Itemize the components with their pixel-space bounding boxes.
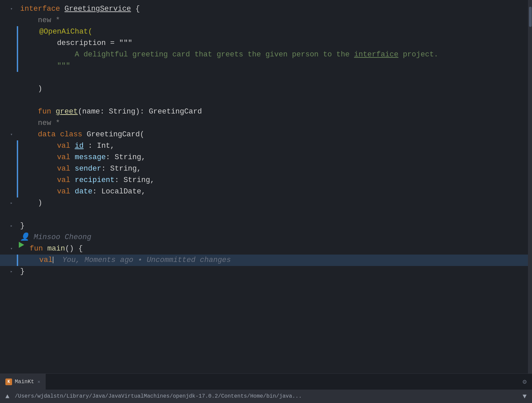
line-code-content: A delightful greeting card that greets t… (18, 49, 532, 60)
token: interfaice (354, 50, 398, 59)
token: ) (38, 199, 42, 207)
token: message (75, 153, 105, 162)
token: val (57, 165, 75, 173)
token: val (57, 187, 75, 196)
code-line: val You, Moments ago • Uncommitted chang… (0, 255, 532, 266)
code-line: @OpenAiChat( (0, 26, 532, 38)
code-line: 👤 Minsoo Cheong (0, 232, 532, 243)
token: sender (75, 165, 101, 173)
tab-close-button[interactable]: ✕ (38, 379, 40, 385)
token: : String, (106, 153, 146, 162)
nav-up-button[interactable]: ▲ (5, 393, 9, 400)
line-code-content: ) (17, 83, 532, 95)
fold-icon[interactable]: ▸ (9, 200, 14, 206)
fold-icon[interactable]: ▸ (9, 269, 14, 274)
line-code-content: interface GreetingService { (17, 3, 532, 15)
line-code-content: fun greet(name: String): GreetingCard (17, 106, 532, 118)
token (53, 256, 62, 264)
token: : LocalDate, (92, 187, 145, 196)
token: fun (30, 244, 47, 253)
tab-bar: K MainKt ✕ ⚙ (0, 373, 532, 390)
status-bar: ▲ /Users/wjdalstn/Library/Java/JavaVirtu… (0, 390, 532, 403)
token: (name: String): GreetingCard (78, 107, 202, 116)
fold-icon[interactable]: ▾ (9, 6, 14, 12)
token: } (20, 267, 25, 276)
token: date (75, 187, 92, 196)
line-code-content: val date: LocalDate, (18, 186, 532, 197)
token: class (60, 130, 87, 139)
line-code-content: fun main() { (26, 243, 532, 255)
nav-down-button[interactable]: ▼ (523, 393, 527, 400)
token: description = """ (57, 39, 132, 47)
code-line: ▸} (0, 220, 532, 232)
token: new * (38, 119, 60, 127)
fold-icon[interactable]: ▾ (9, 246, 14, 252)
line-gutter: ▸ (0, 223, 17, 229)
line-code-content: ) (17, 197, 532, 209)
token: A delightful greeting card that greets t… (75, 50, 323, 59)
line-code-content: } (17, 220, 532, 232)
token: : String, (115, 176, 154, 184)
line-code-content: val recipient: String, (18, 175, 532, 186)
token: You, Moments ago • Uncommitted changes (62, 256, 231, 264)
token: id (75, 142, 83, 150)
token: fun (38, 107, 56, 116)
code-line: ▾interface GreetingService { (0, 3, 532, 15)
token: val (57, 153, 75, 162)
line-code-content: @OpenAiChat( (18, 26, 532, 38)
code-content: ▾interface GreetingService { new * @Open… (0, 0, 532, 281)
line-gutter: ▾ (0, 246, 17, 252)
token: """ (57, 62, 71, 70)
code-line: ▾fun main() { (0, 243, 532, 255)
code-line: ) (0, 83, 532, 95)
code-line: val recipient: String, (0, 175, 532, 186)
token: recipient (75, 176, 115, 184)
code-line: val message: String, (0, 152, 532, 163)
line-gutter: ▸ (0, 269, 17, 274)
token: the (332, 50, 354, 59)
code-line: A delightful greeting card that greets t… (0, 49, 532, 60)
tab-mainkt[interactable]: K MainKt ✕ (0, 374, 46, 390)
line-code-content: 👤 Minsoo Cheong (17, 232, 532, 243)
scrollbar-thumb[interactable] (529, 7, 532, 27)
token: ) (38, 85, 42, 93)
code-line: val date: LocalDate, (0, 186, 532, 197)
code-line: fun greet(name: String): GreetingCard (0, 106, 532, 118)
line-code-content: data class GreetingCard( (17, 129, 532, 140)
line-gutter: ▸ (0, 200, 17, 206)
token: GreetingService (64, 5, 131, 13)
tab-label: MainKt (15, 379, 34, 385)
scrollbar-right[interactable] (528, 0, 532, 373)
token: main (47, 244, 65, 253)
fold-icon[interactable]: ▾ (9, 132, 14, 137)
settings-icon[interactable]: ⚙ (517, 377, 532, 386)
line-gutter: ▾ (0, 6, 17, 12)
code-line: ▸ ) (0, 197, 532, 209)
line-code-content: """ (18, 60, 532, 72)
token: new * (38, 16, 60, 25)
line-code-content: val sender: String, (18, 163, 532, 175)
fold-icon[interactable]: ▸ (9, 223, 14, 229)
line-code-content: } (17, 266, 532, 277)
run-button[interactable] (17, 241, 26, 249)
status-path: /Users/wjdalstn/Library/Java/JavaVirtual… (15, 393, 523, 399)
line-code-content: new * (17, 118, 532, 129)
line-code-content: val You, Moments ago • Uncommitted chang… (18, 255, 532, 266)
line-code-content: val message: String, (18, 152, 532, 163)
code-area: ▾interface GreetingService { new * @Open… (0, 0, 532, 373)
token: } (20, 222, 25, 230)
token: { (131, 5, 140, 13)
code-line: ▸} (0, 266, 532, 277)
token: GreetingCard( (87, 130, 144, 139)
code-line (0, 209, 532, 220)
line-code-content: description = """ (18, 38, 532, 49)
token: val (57, 142, 75, 150)
code-line: ▾ data class GreetingCard( (0, 129, 532, 140)
code-line: description = """ (0, 38, 532, 49)
kotlin-icon: K (5, 378, 12, 385)
token: greet (56, 107, 78, 116)
token: : String, (101, 165, 141, 173)
token: to (323, 50, 332, 59)
line-code-content: new * (17, 15, 532, 26)
token: interface (20, 5, 64, 13)
